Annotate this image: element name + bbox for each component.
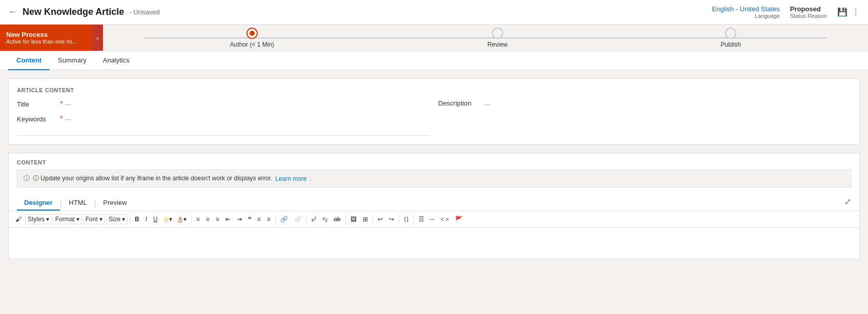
image-button[interactable]: 🖼 <box>348 214 359 224</box>
size-dropdown[interactable]: Size ▾ <box>106 214 128 224</box>
unlink-icon: 🔗 <box>294 216 302 223</box>
article-content-section-title: ARTICLE CONTENT <box>17 87 851 93</box>
subscript-button[interactable]: x2 <box>320 214 330 224</box>
toolbar-sep-4 <box>306 215 307 224</box>
source-button[interactable]: ⟨⟩ <box>401 214 411 224</box>
table-icon: ⊞ <box>363 216 368 223</box>
back-button[interactable]: ← <box>8 7 17 17</box>
unlink-button[interactable]: 🔗 <box>292 214 304 224</box>
info-banner: ⓘ ⓘ Update your origins allow list if an… <box>17 170 851 187</box>
ordered-list-button[interactable]: ≡ <box>213 214 222 224</box>
tab-summary[interactable]: Summary <box>50 51 95 70</box>
tab-content[interactable]: Content <box>8 51 50 70</box>
new-process-tab[interactable]: New Process Active for less than one mi.… <box>0 25 92 51</box>
learn-more-link[interactable]: Learn more <box>275 175 306 182</box>
stage-publish[interactable]: Publish <box>721 28 741 48</box>
collapse-process-button[interactable]: ‹ <box>92 25 103 51</box>
superscript-button[interactable]: x2 <box>309 214 319 224</box>
editor-tabs: Designer | HTML | Preview ⤢ <box>9 192 859 211</box>
process-bar: New Process Active for less than one mi.… <box>0 25 868 51</box>
editor-tab-designer[interactable]: Designer <box>17 196 60 211</box>
toolbar-sep-5 <box>345 215 346 224</box>
styles-dropdown[interactable]: Styles ▾ <box>25 214 52 224</box>
align-justify-button[interactable]: ≡ <box>255 214 263 224</box>
html-source-icon: < > <box>441 216 449 222</box>
strikethrough-button[interactable]: ab <box>331 214 343 224</box>
italic-button[interactable]: I <box>143 214 150 224</box>
language-link[interactable]: English - United States <box>712 5 780 13</box>
toolbar-sep-6 <box>373 215 373 224</box>
superscript-icon: x2 <box>312 216 317 223</box>
align-right-button[interactable]: ≡ <box>264 214 273 224</box>
indent-increase-button[interactable]: ⇥ <box>234 214 244 224</box>
editor-tab-html[interactable]: HTML <box>61 196 94 211</box>
description-field-row: Description --- <box>438 99 851 109</box>
page-title: New Knowledge Article <box>23 7 124 17</box>
stages-area: Author (< 1 Min) Review Publish <box>103 25 868 51</box>
font-color-button[interactable]: A ▾ <box>176 214 189 224</box>
table-button[interactable]: ⊞ <box>360 214 370 224</box>
list-icon: ☰ <box>419 216 424 223</box>
font-dropdown[interactable]: Font ▾ <box>83 214 105 224</box>
ordered-list-icon: ≡ <box>216 216 219 223</box>
undo-button[interactable]: ↩ <box>375 214 385 224</box>
description-value[interactable]: --- <box>484 99 490 108</box>
toolbar-sep-8 <box>414 215 414 224</box>
content-card: CONTENT ⓘ ⓘ Update your origins allow li… <box>8 153 860 259</box>
tab-analytics[interactable]: Analytics <box>95 51 138 70</box>
status-sublabel: Status Reason <box>790 13 827 19</box>
save-icon-button[interactable]: 💾 <box>837 7 848 17</box>
keywords-value[interactable]: --- <box>65 114 71 123</box>
info-suffix: . <box>310 175 312 182</box>
source-icon: ⟨⟩ <box>404 216 409 223</box>
stage-author[interactable]: Author (< 1 Min) <box>230 28 274 48</box>
indent-decrease-button[interactable]: ⇤ <box>223 214 233 224</box>
size-label: Size <box>109 216 120 223</box>
keywords-field-row: Keywords * --- <box>17 114 430 123</box>
indent-decrease-icon: ⇤ <box>225 216 231 223</box>
title-field-row: Title * --- <box>17 99 430 108</box>
language-section: English - United States Language <box>712 5 780 19</box>
bold-button[interactable]: B <box>132 214 142 224</box>
stage-circle-review <box>492 28 503 39</box>
html-source-button[interactable]: < > <box>438 215 451 224</box>
hr-button[interactable]: ─ <box>428 214 438 224</box>
expand-editor-button[interactable]: ⤢ <box>844 197 851 210</box>
description-area: Description --- <box>438 99 851 136</box>
title-required-star: * <box>60 99 63 108</box>
info-icon: ⓘ <box>24 174 30 183</box>
editor-tab-preview[interactable]: Preview <box>96 196 134 211</box>
styles-chevron-icon: ▾ <box>46 216 49 223</box>
link-button[interactable]: 🔗 <box>278 214 291 224</box>
underline-button[interactable]: U <box>151 214 160 224</box>
stage-review[interactable]: Review <box>487 28 507 48</box>
editor-body[interactable] <box>9 228 859 259</box>
stage-label-publish: Publish <box>721 41 741 48</box>
list-button[interactable]: ☰ <box>416 214 427 224</box>
blockquote-button[interactable]: ❝ <box>245 214 254 224</box>
editor-toolbar: 🖌 Styles ▾ Format ▾ Font ▾ Size ▾ B I U <box>9 211 859 228</box>
format-label: Format <box>55 216 75 223</box>
more-options-button[interactable]: ⋮ <box>852 7 860 17</box>
align-justify-icon: ≡ <box>257 216 261 223</box>
main-content: ARTICLE CONTENT Title * --- Keywords * -… <box>0 70 868 267</box>
image-icon: 🖼 <box>350 216 357 223</box>
font-color-dropdown-icon: ▾ <box>183 216 187 223</box>
align-right-icon: ≡ <box>267 216 271 223</box>
align-center-button[interactable]: ≡ <box>203 214 212 224</box>
article-content-card: ARTICLE CONTENT Title * --- Keywords * -… <box>8 78 860 144</box>
keywords-label: Keywords <box>17 114 58 123</box>
align-left-button[interactable]: ≡ <box>194 214 202 224</box>
field-right-col: Description --- <box>438 99 851 136</box>
flag-button[interactable]: 🚩 <box>452 214 465 224</box>
redo-button[interactable]: ↪ <box>386 214 397 224</box>
hr-icon: ─ <box>430 216 435 223</box>
title-value[interactable]: --- <box>65 99 71 108</box>
stage-circle-publish <box>725 28 736 39</box>
toolbar-sep-1 <box>130 215 130 224</box>
toolbar-sep-7 <box>399 215 399 224</box>
format-dropdown[interactable]: Format ▾ <box>53 214 82 224</box>
highlight-button[interactable]: A ▾ <box>161 214 175 224</box>
brush-button[interactable]: 🖌 <box>13 214 24 224</box>
description-label: Description <box>438 99 471 107</box>
